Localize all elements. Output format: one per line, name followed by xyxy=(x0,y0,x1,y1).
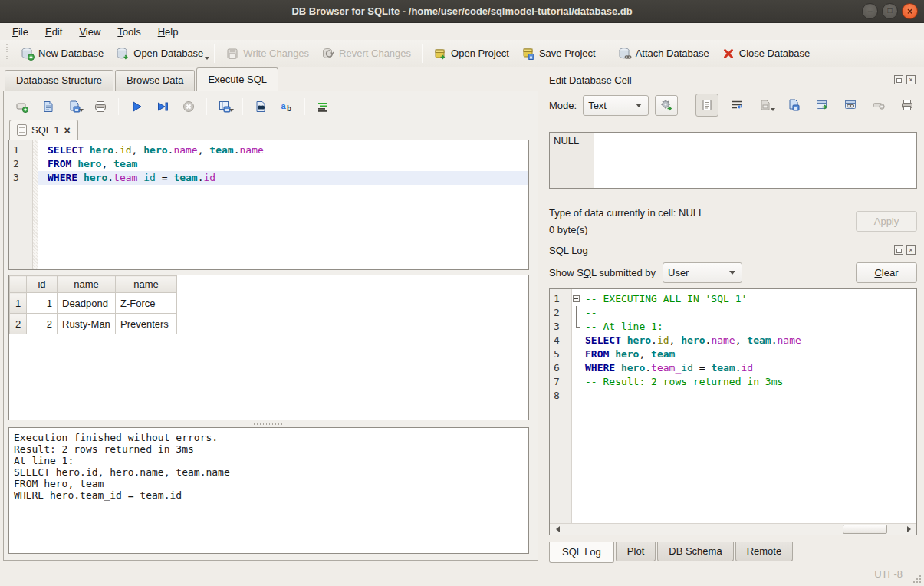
save-sql-file-button[interactable] xyxy=(65,97,84,116)
sql-log-line: 6WHERE hero.team_id = team.id xyxy=(550,361,916,375)
minimize-button[interactable]: − xyxy=(862,3,878,19)
new-database-label: New Database xyxy=(38,48,104,59)
menu-help[interactable]: Help xyxy=(150,25,186,39)
sql-log-view[interactable]: 1-- EXECUTING ALL IN 'SQL 1'2--3-- At li… xyxy=(549,288,917,535)
minimize-icon: − xyxy=(867,7,873,16)
mode-select[interactable]: Text xyxy=(583,95,649,116)
dock-tab-plot[interactable]: Plot xyxy=(616,542,656,561)
text-mode-button[interactable] xyxy=(695,94,718,117)
result-cell[interactable]: Rusty-Man xyxy=(58,314,116,334)
execute-line-button[interactable] xyxy=(153,97,172,116)
open-sql-file-button[interactable] xyxy=(39,97,58,116)
replace-button[interactable]: ab xyxy=(278,97,296,116)
cell-value-content[interactable] xyxy=(594,133,916,188)
find-button[interactable] xyxy=(252,97,270,116)
column-header-name[interactable]: name xyxy=(58,276,116,293)
submitted-by-select[interactable]: User xyxy=(663,262,742,283)
result-cell[interactable]: 1 xyxy=(27,293,58,314)
row-header[interactable]: 1 xyxy=(10,293,27,314)
column-header-id[interactable]: id xyxy=(27,276,58,293)
print-button[interactable] xyxy=(91,97,110,116)
fold-marker xyxy=(571,361,584,375)
sql-tab-close-icon[interactable]: × xyxy=(64,125,70,136)
copy-link-button[interactable] xyxy=(840,95,860,115)
tab-database-structure[interactable]: Database Structure xyxy=(5,70,113,91)
clear-log-button[interactable]: Clear xyxy=(856,262,917,283)
sql-editor[interactable]: 1SELECT hero.id, hero.name, team.name2FR… xyxy=(8,140,529,270)
save-results-dropdown-icon[interactable] xyxy=(229,109,234,114)
fold-marker[interactable] xyxy=(571,292,584,306)
fold-marker[interactable] xyxy=(571,320,584,334)
column-header-name[interactable]: name xyxy=(116,276,177,293)
open-external-button[interactable] xyxy=(812,95,832,115)
tab-execute-sql[interactable]: Execute SQL xyxy=(196,67,278,91)
application-window: DB Browser for SQLite - /home/user/code/… xyxy=(0,0,924,586)
resize-grip-icon[interactable] xyxy=(912,574,922,584)
tab-browse-data[interactable]: Browse Data xyxy=(115,70,195,91)
menu-view[interactable]: View xyxy=(71,25,108,39)
right-panel: Edit Database Cell × Mode: Text xyxy=(541,67,924,562)
window-title: DB Browser for SQLite - /home/user/code/… xyxy=(0,5,924,17)
close-panel-icon[interactable]: × xyxy=(906,75,916,84)
cell-value-editor[interactable]: NULL xyxy=(549,132,917,189)
scrollbar-thumb[interactable] xyxy=(843,525,887,534)
dock-tab-db-schema[interactable]: DB Schema xyxy=(657,542,733,561)
format-sql-button[interactable] xyxy=(314,97,332,116)
result-cell[interactable]: 2 xyxy=(27,314,58,334)
result-cell[interactable]: Preventers xyxy=(116,314,177,334)
svg-text:a: a xyxy=(281,101,287,110)
menu-file[interactable]: File xyxy=(5,25,36,39)
save-project-button[interactable]: Save Project xyxy=(515,44,602,64)
save-file-dropdown-icon[interactable] xyxy=(79,109,84,114)
sql-log-dock-controls: × xyxy=(894,245,916,255)
fold-marker[interactable] xyxy=(571,306,584,320)
sql-log-line: 1-- EXECUTING ALL IN 'SQL 1' xyxy=(550,292,916,306)
results-message-splitter[interactable] xyxy=(8,420,529,427)
sql-tab[interactable]: SQL 1 × xyxy=(9,120,78,140)
toolbar-drag-handle[interactable] xyxy=(6,44,12,63)
float-panel-icon[interactable] xyxy=(894,245,903,255)
row-header[interactable]: 2 xyxy=(10,314,27,334)
cell-value: NULL xyxy=(554,135,579,146)
auto-switch-mode-button[interactable] xyxy=(655,95,678,116)
toolbar-separator xyxy=(304,98,305,115)
sql-log-header: SQL Log × xyxy=(549,241,917,258)
left-panel: Database StructureBrowse DataExecute SQL xyxy=(0,67,541,562)
mode-label: Mode: xyxy=(549,100,577,111)
open-sql-tab-button[interactable] xyxy=(13,97,31,116)
open-project-button[interactable]: Open Project xyxy=(427,44,515,64)
log-horizontal-scrollbar[interactable] xyxy=(550,523,916,535)
float-panel-icon[interactable] xyxy=(894,75,903,84)
sql-log-line: 3-- At line 1: xyxy=(550,320,916,334)
attach-database-icon xyxy=(618,47,632,61)
open-database-dropdown-icon[interactable] xyxy=(205,57,209,62)
result-cell[interactable]: Deadpond xyxy=(58,293,116,314)
text-document-icon xyxy=(700,98,714,112)
word-wrap-button[interactable] xyxy=(727,95,747,115)
maximize-button[interactable]: □ xyxy=(882,3,898,19)
save-results-button[interactable] xyxy=(215,97,234,116)
results-grid[interactable]: idnamename11DeadpondZ-Force22Rusty-ManPr… xyxy=(8,275,529,420)
toolbar-separator xyxy=(214,44,215,63)
menu-edit[interactable]: Edit xyxy=(38,25,70,39)
close-database-button[interactable]: Close Database xyxy=(715,44,817,64)
print-cell-button[interactable] xyxy=(897,95,917,115)
scroll-right-button[interactable] xyxy=(904,524,916,535)
status-bar: UTF-8 xyxy=(0,562,924,586)
main-tab-bar: Database StructureBrowse DataExecute SQL xyxy=(3,67,538,91)
menu-tools[interactable]: Tools xyxy=(110,25,148,39)
open-database-button[interactable]: Open Database xyxy=(110,44,209,64)
export-cell-data-button[interactable] xyxy=(784,95,804,115)
result-cell[interactable]: Z-Force xyxy=(116,293,177,314)
new-database-button[interactable]: New Database xyxy=(15,44,110,64)
execute-all-button[interactable] xyxy=(127,97,146,116)
attach-database-button[interactable]: Attach Database xyxy=(612,44,715,64)
dock-tab-remote[interactable]: Remote xyxy=(735,542,794,561)
dock-tab-sql-log[interactable]: SQL Log xyxy=(549,542,614,563)
close-panel-icon[interactable]: × xyxy=(906,245,916,255)
close-button[interactable]: × xyxy=(902,3,918,19)
scrollbar-track[interactable] xyxy=(562,524,904,535)
link-icon xyxy=(843,98,857,112)
scroll-left-button[interactable] xyxy=(550,524,562,535)
execute-all-icon xyxy=(130,100,143,114)
